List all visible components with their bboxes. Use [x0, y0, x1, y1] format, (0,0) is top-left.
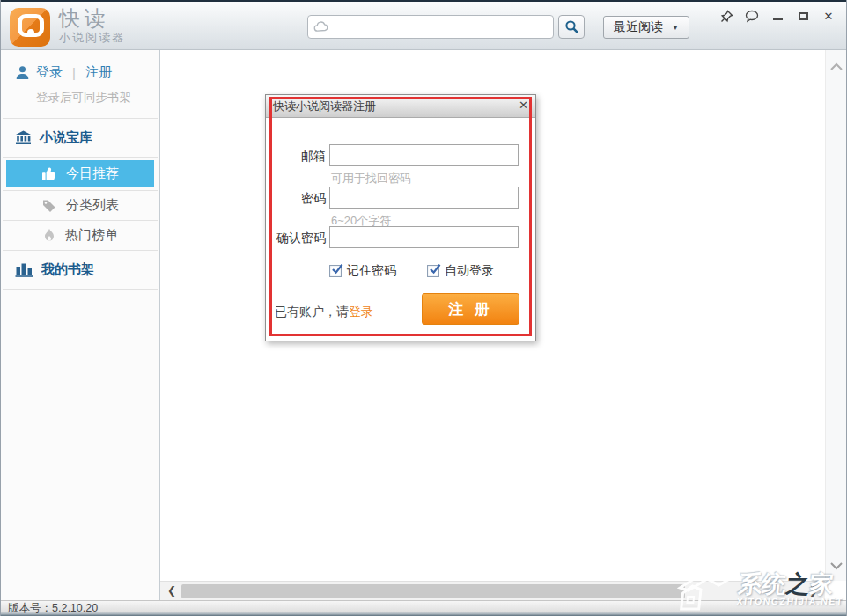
email-label: 邮箱: [266, 149, 326, 165]
vertical-scrollbar[interactable]: [825, 50, 846, 581]
app-window: 快读 小说阅读器 最近阅读 ▼: [0, 0, 847, 616]
email-hint: 可用于找回密码: [331, 171, 411, 187]
register-dialog: 快读小说阅读器注册 ✕ 邮箱 可用于找回密码 密码 6~20个字符 确认密码: [265, 94, 536, 341]
pin-icon[interactable]: [719, 9, 733, 23]
dialog-title: 快读小说阅读器注册: [273, 99, 376, 114]
sidebar: 登录 | 注册 登录后可同步书架 小说宝库: [1, 50, 160, 600]
bookshelf-header-label: 我的书架: [41, 261, 94, 278]
window-controls: ✕: [719, 9, 836, 23]
register-link[interactable]: 注册: [85, 64, 112, 81]
main-content: 快读小说阅读器注册 ✕ 邮箱 可用于找回密码 密码 6~20个字符 确认密码: [160, 50, 846, 600]
header-bar: 快读 小说阅读器 最近阅读 ▼: [1, 0, 846, 50]
account-row: 登录 | 注册: [1, 59, 159, 81]
checkbox-checked-icon: [329, 265, 342, 277]
dialog-close-icon[interactable]: ✕: [519, 99, 528, 112]
scroll-down-icon[interactable]: [829, 561, 843, 570]
auto-login-checkbox[interactable]: 自动登录: [427, 263, 494, 279]
recent-read-dropdown[interactable]: 最近阅读 ▼: [603, 16, 689, 39]
flame-icon: [42, 228, 56, 244]
bank-icon: [15, 130, 32, 145]
user-icon: [15, 65, 30, 80]
version-text: 版本号：5.2.10.20: [8, 601, 98, 616]
remember-password-checkbox[interactable]: 记住密码: [329, 263, 396, 279]
password-field[interactable]: [329, 187, 519, 209]
login-link[interactable]: 登录: [36, 64, 63, 81]
sidebar-item-today-recommend[interactable]: 今日推荐: [6, 160, 154, 187]
brand-title: 快读: [59, 7, 125, 30]
checkbox-checked-icon: [427, 265, 439, 277]
sidebar-section-bookshelf[interactable]: 我的书架: [1, 251, 159, 289]
login-here-link[interactable]: 登录: [349, 304, 373, 319]
auto-login-label: 自动登录: [445, 263, 494, 279]
dialog-body: 邮箱 可用于找回密码 密码 6~20个字符 确认密码 记: [266, 118, 535, 341]
sync-hint: 登录后可同步书架: [1, 81, 159, 118]
cloud-icon: [313, 20, 329, 33]
library-header-label: 小说宝库: [40, 129, 92, 146]
sidebar-item-label: 热门榜单: [65, 227, 118, 244]
magnifier-icon: [564, 19, 579, 34]
maximize-button[interactable]: [796, 9, 810, 23]
recent-read-label: 最近阅读: [614, 19, 663, 35]
email-field[interactable]: [329, 144, 519, 166]
register-button[interactable]: 注 册: [422, 293, 519, 325]
scroll-up-icon[interactable]: [829, 62, 843, 71]
confirm-password-field[interactable]: [329, 226, 519, 248]
close-button[interactable]: ✕: [821, 9, 836, 23]
thumbs-up-icon: [41, 166, 57, 181]
buildings-icon: [15, 262, 33, 277]
scroll-right-icon[interactable]: ❯: [809, 584, 818, 597]
status-bar: 版本号：5.2.10.20: [1, 600, 846, 616]
sidebar-item-label: 今日推荐: [66, 165, 119, 182]
tag-icon: [41, 198, 57, 214]
sidebar-item-hot-ranking[interactable]: 热门榜单: [4, 221, 156, 250]
horizontal-scrollbar-thumb[interactable]: [181, 584, 685, 598]
separator: |: [69, 65, 79, 80]
horizontal-scrollbar[interactable]: ❮ ❯: [160, 581, 825, 600]
scroll-left-icon[interactable]: ❮: [167, 584, 176, 597]
remember-password-label: 记住密码: [347, 263, 396, 279]
dialog-title-bar[interactable]: 快读小说阅读器注册 ✕: [266, 95, 535, 118]
sidebar-item-label: 分类列表: [66, 197, 119, 214]
confirm-password-label: 确认密码: [266, 231, 326, 246]
have-account-text: 已有账户，请登录: [275, 304, 373, 320]
search-input[interactable]: [307, 15, 554, 39]
search-button[interactable]: [558, 15, 585, 39]
feedback-bubble-icon[interactable]: [745, 9, 759, 23]
minimize-button[interactable]: [770, 9, 784, 23]
password-label: 密码: [266, 191, 326, 207]
brand: 快读 小说阅读器: [59, 7, 125, 46]
chevron-down-icon: ▼: [672, 24, 679, 32]
sidebar-section-library[interactable]: 小说宝库: [1, 119, 159, 157]
sidebar-item-category-list[interactable]: 分类列表: [4, 191, 156, 220]
app-logo-icon: [10, 8, 50, 47]
search-box: [307, 15, 554, 39]
brand-subtitle: 小说阅读器: [59, 30, 125, 46]
